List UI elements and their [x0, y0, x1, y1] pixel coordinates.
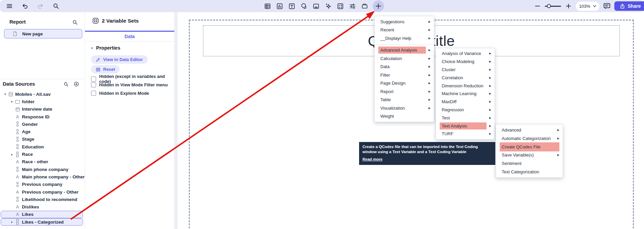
add-plus-icon[interactable]	[373, 0, 384, 12]
hamburger-menu-icon[interactable]	[5, 2, 13, 10]
report-page-item-new-page[interactable]: New page	[4, 29, 82, 38]
menu-item-analysis-of-variance[interactable]: Analysis of Variance▶	[436, 50, 495, 58]
menu-item-report[interactable]: Report▶	[375, 87, 434, 96]
tree-item-stage[interactable]: Stage	[1, 136, 83, 143]
menu-item-displayr-help[interactable]: __Displayr Help▶	[375, 34, 434, 42]
ai-sparkle-icon[interactable]	[324, 2, 332, 10]
menu-item-automatic-categorization[interactable]: Automatic Categorization▶	[496, 134, 563, 143]
tree-item-previous-company[interactable]: Previous company	[1, 181, 83, 188]
expander-right-icon[interactable]: ▸	[10, 220, 14, 224]
tree-item-label: Main phone company - Other	[22, 174, 85, 179]
data-sources-search-icon[interactable]	[63, 82, 69, 88]
expander-right-icon[interactable]: ▸	[10, 100, 14, 103]
submenu-arrow-icon: ▶	[429, 37, 431, 40]
checkbox-icon[interactable]	[91, 91, 96, 96]
tree-item-mobiles-all-sav[interactable]: ▾Mobiles - All.sav	[1, 90, 83, 98]
menu-item-cluster[interactable]: Cluster▶	[436, 66, 495, 74]
share-upload-icon	[620, 3, 625, 9]
menu-item-calculation[interactable]: Calculation▶	[375, 54, 434, 63]
tree-item-dislikes[interactable]: ADislikes	[1, 203, 83, 210]
insert-chart-icon[interactable]	[275, 2, 284, 10]
menu-item-sentiment[interactable]: Sentiment	[496, 159, 563, 168]
menu-item-table[interactable]: Table▶	[375, 96, 434, 104]
expander-down-icon[interactable]: ▾	[3, 92, 7, 96]
menu-item-save-variable-s[interactable]: Save Variable(s)▶	[496, 151, 563, 159]
zoom-out-icon[interactable]	[533, 2, 541, 10]
redo-icon[interactable]	[36, 2, 45, 10]
tree-item-race-other[interactable]: ARace - other	[1, 158, 83, 166]
menu-item-maxdiff[interactable]: MaxDiff▶	[436, 98, 495, 106]
tab-data[interactable]: Data	[85, 34, 174, 39]
tree-item-race[interactable]: ▸Race	[1, 150, 83, 158]
submenu-arrow-icon: ▶	[429, 74, 431, 77]
menu-item-choice-modeling[interactable]: Choice Modeling▶	[436, 58, 495, 66]
menu-item-turf[interactable]: TURF▶	[436, 130, 495, 138]
zoom-in-icon[interactable]	[564, 2, 573, 10]
tree-item-age[interactable]: Age	[1, 128, 83, 135]
tree-item-main-phone-company-other[interactable]: AMain phone company - Other	[1, 173, 83, 180]
tree-item-likes-categorized[interactable]: ▸Likes - Categorized	[1, 218, 83, 226]
menu-item-regression[interactable]: Regression▶	[436, 106, 495, 114]
tree-item-folder[interactable]: ▸folder	[1, 98, 83, 105]
zoom-level-dropdown[interactable]: 103%	[576, 2, 599, 11]
comments-icon[interactable]	[603, 2, 611, 10]
menu-item-text-analysis[interactable]: Text Analysis▶	[436, 122, 495, 130]
menu-item-dimension-reduction[interactable]: Dimension Reduction▶	[436, 82, 495, 90]
filter-sliders-icon[interactable]	[348, 2, 356, 10]
insert-image-icon[interactable]	[312, 2, 320, 10]
insert-text-icon[interactable]	[288, 2, 296, 10]
menu-item-test[interactable]: Test▶	[436, 114, 495, 122]
pencil-icon	[96, 57, 100, 62]
tree-item-label: Gender	[22, 122, 38, 127]
tree-item-education[interactable]: Education	[1, 143, 83, 150]
insert-shape-icon[interactable]	[300, 2, 308, 10]
undo-icon[interactable]	[21, 2, 29, 10]
submenu-arrow-icon: ▶	[557, 137, 559, 140]
categorical-variable-icon	[14, 151, 21, 158]
zoom-slider-knob[interactable]	[547, 4, 551, 8]
checkbox-hidden-view-mode-filter[interactable]: Hidden in View Mode Filter menu	[91, 82, 168, 87]
share-button[interactable]: Share	[614, 1, 644, 11]
menu-item-data[interactable]: Data▶	[375, 63, 434, 71]
expander-right-icon[interactable]: ▸	[10, 153, 14, 156]
tree-item-interview-date[interactable]: Interview date	[1, 106, 83, 113]
checkbox-icon[interactable]	[91, 82, 96, 87]
properties-section-header[interactable]: ▾ Properties	[91, 45, 120, 51]
advanced-analysis-submenu: Analysis of Variance▶Choice Modeling▶Clu…	[436, 48, 495, 140]
menu-item-visualization[interactable]: Visualization▶	[375, 104, 434, 112]
menu-item-create-qcodes-file[interactable]: Create QCodes File	[496, 143, 563, 151]
reset-button[interactable]: Reset	[91, 65, 120, 74]
menu-item-advanced-analysis[interactable]: Advanced Analysis▶	[375, 46, 434, 55]
data-sources-add-icon[interactable]	[74, 81, 79, 88]
insert-table-icon[interactable]	[263, 2, 271, 10]
menu-item-recent[interactable]: Recent▶	[375, 26, 434, 34]
menu-item-page-design[interactable]: Page Design▶	[375, 79, 434, 88]
report-search-icon[interactable]	[72, 20, 78, 27]
tree-item-label: Age	[22, 129, 31, 134]
menu-item-machine-learning[interactable]: Machine Learning▶	[436, 90, 495, 98]
tree-item-label: Mobiles - All.sav	[15, 92, 51, 97]
menu-item-weight[interactable]: Weight	[375, 112, 434, 121]
pages-icon[interactable]	[360, 2, 369, 10]
tree-item-likes[interactable]: ALikes	[1, 211, 83, 218]
search-icon[interactable]	[52, 2, 60, 10]
calculator-icon[interactable]	[336, 2, 344, 10]
tree-item-main-phone-company[interactable]: Main phone company	[1, 166, 83, 173]
menu-item-suggestions[interactable]: Suggestions▶	[375, 18, 434, 26]
menu-item-filter[interactable]: Filter▶	[375, 71, 434, 79]
zoom-slider[interactable]	[545, 6, 561, 7]
checkbox-hidden-explore-mode[interactable]: Hidden in Explore Mode	[91, 91, 149, 96]
view-in-data-editor-button[interactable]: View in Data Editor	[91, 55, 148, 64]
tree-item-previous-company-other[interactable]: APrevious company - Other	[1, 188, 83, 196]
tree-item-response-id[interactable]: AResponse ID	[1, 113, 83, 120]
submenu-arrow-icon: ▶	[489, 60, 491, 63]
checkbox-icon[interactable]	[91, 77, 96, 82]
tree-item-likelihood-to-recommend[interactable]: Likelihood to recommend	[1, 196, 83, 203]
tree-item-gender[interactable]: Gender	[1, 120, 83, 128]
submenu-arrow-icon: ▶	[489, 124, 491, 127]
menu-item-label: Recent	[380, 27, 426, 32]
menu-item-correlation[interactable]: Correlation▶	[436, 74, 495, 82]
menu-item-text-categorization[interactable]: Text Categorization	[496, 168, 563, 176]
tooltip-read-more-link[interactable]: Read more	[362, 157, 382, 161]
menu-item-advanced[interactable]: Advanced▶	[496, 126, 563, 134]
